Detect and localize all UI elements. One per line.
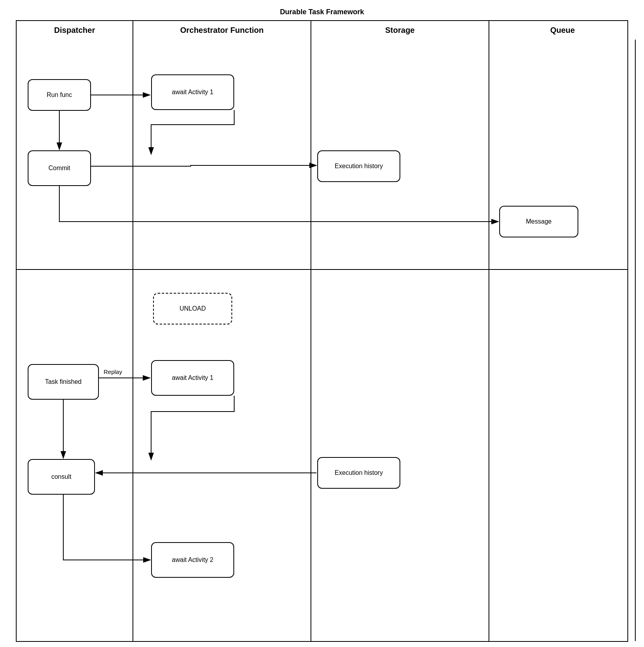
header-row: Dispatcher Orchestrator Function Storage… — [16, 20, 628, 40]
await-activity-2-box: await Activity 2 — [151, 542, 234, 578]
lane-queue — [489, 40, 636, 641]
diagram-body: Run func await Activity 1 Commit Executi… — [16, 40, 628, 642]
section-divider — [17, 269, 627, 270]
consult-box: consult — [28, 459, 95, 495]
execution-history-1-box: Execution history — [317, 150, 400, 182]
commit-box: Commit — [28, 150, 91, 186]
message-box: Message — [499, 206, 578, 237]
col-header-storage: Storage — [311, 21, 489, 40]
unload-box: UNLOAD — [153, 293, 232, 324]
task-finished-box: Task finished — [28, 364, 99, 400]
col-header-queue: Queue — [489, 21, 636, 40]
await-activity-1b-box: await Activity 1 — [151, 360, 234, 396]
col-header-orchestrator: Orchestrator Function — [133, 21, 311, 40]
run-func-box: Run func — [28, 79, 91, 111]
lane-storage — [311, 40, 489, 641]
diagram-container: Durable Task Framework Dispatcher Orches… — [0, 0, 644, 647]
await-activity-1a-box: await Activity 1 — [151, 74, 234, 110]
execution-history-2-box: Execution history — [317, 457, 400, 489]
diagram-title: Durable Task Framework — [16, 8, 628, 16]
col-header-dispatcher: Dispatcher — [17, 21, 133, 40]
lane-dispatcher — [17, 40, 133, 641]
